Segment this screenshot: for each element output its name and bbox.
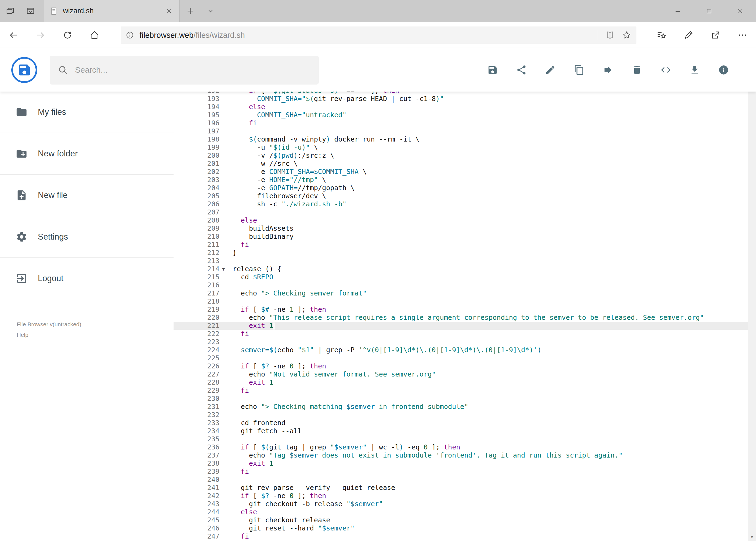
code-line[interactable]: 223 bbox=[173, 338, 748, 346]
edit-button[interactable] bbox=[536, 48, 565, 92]
code-line[interactable]: 200 -v /$(pwd):/src:z \ bbox=[173, 152, 748, 160]
minimize-button[interactable] bbox=[662, 0, 693, 22]
more-menu-button[interactable] bbox=[729, 22, 756, 48]
code-line[interactable]: 217 echo "> Checking semver format" bbox=[173, 289, 748, 297]
download-button[interactable] bbox=[680, 48, 709, 92]
sidebar-item-settings[interactable]: Settings bbox=[0, 216, 173, 258]
code-line[interactable]: 225 bbox=[173, 354, 748, 362]
code-line[interactable]: 222 fi bbox=[173, 330, 748, 338]
copy-button[interactable] bbox=[565, 48, 594, 92]
code-line[interactable]: 245 git checkout release bbox=[173, 516, 748, 524]
save-button[interactable] bbox=[478, 48, 507, 92]
code-line[interactable]: 235 bbox=[173, 435, 748, 443]
code-line[interactable]: 231 echo "> Checking matching $semver in… bbox=[173, 403, 748, 411]
favorites-hub-button[interactable] bbox=[648, 22, 675, 48]
tab-list-dropdown[interactable] bbox=[201, 0, 220, 22]
code-line[interactable]: 224 semver=$(echo "$1" | grep -P '^v(0|[… bbox=[173, 346, 748, 354]
scrollbar-down-arrow[interactable]: ▼ bbox=[748, 533, 756, 541]
code-line[interactable]: 220 echo "This release script requires a… bbox=[173, 313, 748, 322]
reading-view-button[interactable] bbox=[605, 30, 615, 40]
tab-close-button[interactable] bbox=[166, 8, 173, 15]
code-line[interactable]: 236 if [ $(git tag | grep "$semver" | wc… bbox=[173, 443, 748, 451]
code-line[interactable]: 219 if [ $# -ne 1 ]; then bbox=[173, 305, 748, 313]
code-line[interactable]: 213 bbox=[173, 257, 748, 265]
code-line[interactable]: 192 if [ "$(git status -s)" == "" ]; the… bbox=[173, 92, 748, 95]
code-line[interactable]: 193 COMMIT_SHA="$(git rev-parse HEAD | c… bbox=[173, 95, 748, 103]
code-line[interactable]: 246 git reset --hard "$semver" bbox=[173, 524, 748, 532]
sidebar-item-my-files[interactable]: My files bbox=[0, 92, 173, 133]
code-line[interactable]: 241 git rev-parse --verify --quiet relea… bbox=[173, 484, 748, 492]
sidebar-item-logout[interactable]: Logout bbox=[0, 258, 173, 299]
code-line[interactable]: 207 bbox=[173, 208, 748, 216]
code-line[interactable]: 238 exit 1 bbox=[173, 459, 748, 467]
code-line[interactable]: 214▾release () { bbox=[173, 265, 748, 273]
code-line[interactable]: 243 git checkout -b release "$semver" bbox=[173, 500, 748, 508]
web-note-button[interactable] bbox=[675, 22, 702, 48]
code-line[interactable]: 232 bbox=[173, 411, 748, 419]
delete-button[interactable] bbox=[623, 48, 651, 92]
code-line[interactable]: 216 bbox=[173, 281, 748, 289]
search-box[interactable] bbox=[50, 56, 319, 85]
code-line[interactable]: 202 -e COMMIT_SHA=$COMMIT_SHA \ bbox=[173, 168, 748, 176]
forward-button[interactable] bbox=[27, 22, 54, 48]
code-line[interactable]: 205 filebrowser/dev \ bbox=[173, 192, 748, 200]
site-info-icon[interactable] bbox=[126, 31, 134, 39]
raw-code-button[interactable] bbox=[651, 48, 680, 92]
maximize-button[interactable] bbox=[693, 0, 725, 22]
code-line[interactable]: 228 exit 1 bbox=[173, 378, 748, 386]
code-line[interactable]: 197 bbox=[173, 127, 748, 135]
code-line[interactable]: 206 sh -c "./wizard.sh -b" bbox=[173, 200, 748, 208]
code-line[interactable]: 201 -w //src \ bbox=[173, 160, 748, 168]
code-line[interactable]: 212} bbox=[173, 249, 748, 257]
back-button[interactable] bbox=[0, 22, 27, 48]
share-file-button[interactable] bbox=[507, 48, 536, 92]
add-favorite-button[interactable] bbox=[622, 30, 631, 40]
code-line[interactable]: 203 -e HOME="//tmp" \ bbox=[173, 176, 748, 184]
address-bar[interactable]: filebrowser.web/files/wizard.sh bbox=[121, 26, 636, 44]
code-line[interactable]: 230 bbox=[173, 395, 748, 403]
code-line[interactable]: 211 fi bbox=[173, 241, 748, 249]
code-line[interactable]: 233 cd frontend bbox=[173, 419, 748, 427]
move-button[interactable] bbox=[594, 48, 623, 92]
code-line[interactable]: 247 fi bbox=[173, 532, 748, 540]
code-line[interactable]: 199 -u "$(id -u)" \ bbox=[173, 144, 748, 152]
fold-arrow-icon[interactable]: ▾ bbox=[219, 265, 227, 273]
code-line[interactable]: 240 bbox=[173, 476, 748, 484]
code-line[interactable]: 237 echo "Tag $semver does not exist in … bbox=[173, 451, 748, 459]
browser-tab[interactable]: wizard.sh bbox=[43, 0, 179, 22]
info-button[interactable] bbox=[709, 48, 738, 92]
code-line[interactable]: 194 else bbox=[173, 103, 748, 111]
url-text[interactable]: filebrowser.web/files/wizard.sh bbox=[139, 31, 245, 40]
code-line[interactable]: 208 else bbox=[173, 216, 748, 225]
code-line[interactable]: 226 if [ $? -ne 0 ]; then bbox=[173, 362, 748, 370]
code-line[interactable]: 227 echo "Not valid semver format. See s… bbox=[173, 370, 748, 378]
search-input[interactable] bbox=[75, 65, 311, 75]
code-line[interactable]: 209 buildAssets bbox=[173, 225, 748, 233]
page-scrollbar[interactable]: ▲ ▼ bbox=[748, 48, 756, 541]
code-line[interactable]: 234 git fetch --all bbox=[173, 427, 748, 435]
code-line[interactable]: 239 fi bbox=[173, 467, 748, 476]
code-line[interactable]: 229 fi bbox=[173, 386, 748, 395]
code-line[interactable]: 210 buildBinary bbox=[173, 233, 748, 241]
help-link[interactable]: Help bbox=[17, 329, 81, 340]
code-line[interactable]: 195 COMMIT_SHA="untracked" bbox=[173, 111, 748, 119]
close-window-button[interactable] bbox=[725, 0, 756, 22]
sidebar-item-new-folder[interactable]: New folder bbox=[0, 133, 173, 174]
tab-preview-button[interactable] bbox=[20, 0, 41, 22]
set-aside-tabs-button[interactable] bbox=[0, 0, 20, 22]
code-line[interactable]: 242 if [ $? -ne 0 ]; then bbox=[173, 492, 748, 500]
code-line[interactable]: 196 fi bbox=[173, 119, 748, 127]
code-editor[interactable]: 192 if [ "$(git status -s)" == "" ]; the… bbox=[173, 92, 748, 541]
code-line[interactable]: 218 bbox=[173, 297, 748, 305]
code-line[interactable]: 198 $(command -v winpty) docker run --rm… bbox=[173, 135, 748, 144]
code-line[interactable]: 215 cd $REPO bbox=[173, 273, 748, 281]
sidebar-item-new-file[interactable]: New file bbox=[0, 175, 173, 216]
new-tab-button[interactable] bbox=[179, 0, 201, 22]
share-button[interactable] bbox=[702, 22, 729, 48]
code-line[interactable]: 204 -e GOPATH=//tmp/gopath \ bbox=[173, 184, 748, 192]
code-line[interactable]: 244 else bbox=[173, 508, 748, 516]
code-line[interactable]: 221 exit 1 bbox=[173, 322, 748, 330]
filebrowser-logo[interactable] bbox=[11, 57, 37, 83]
home-button[interactable] bbox=[81, 22, 108, 48]
refresh-button[interactable] bbox=[54, 22, 81, 48]
